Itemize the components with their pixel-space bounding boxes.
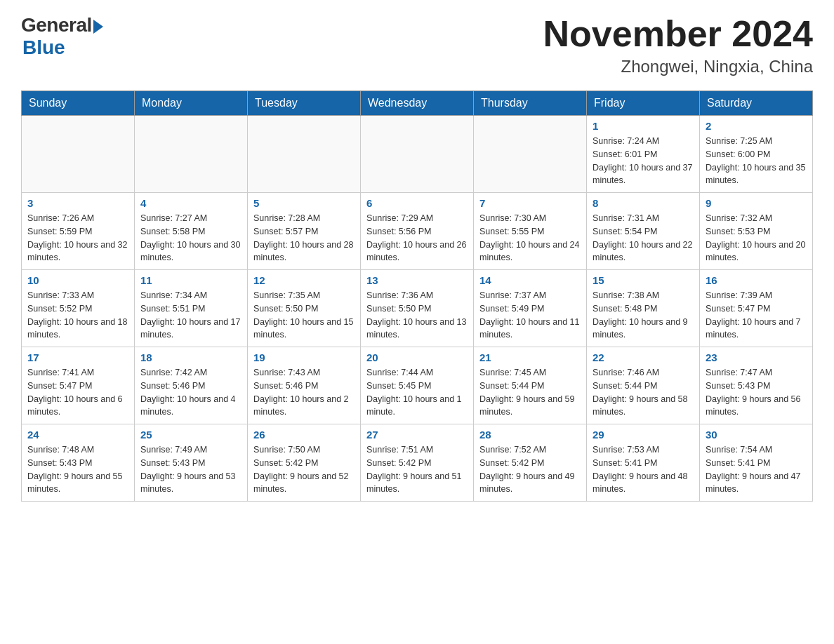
day-number: 27 xyxy=(366,429,468,441)
day-info: Sunrise: 7:39 AM Sunset: 5:47 PM Dayligh… xyxy=(706,289,807,342)
logo-general-text: General xyxy=(21,14,92,36)
day-of-week-header: Thursday xyxy=(474,91,587,116)
calendar-table: SundayMondayTuesdayWednesdayThursdayFrid… xyxy=(21,90,813,502)
day-info: Sunrise: 7:27 AM Sunset: 5:58 PM Dayligh… xyxy=(140,212,241,264)
calendar-day-cell: 13Sunrise: 7:36 AM Sunset: 5:50 PM Dayli… xyxy=(361,270,474,347)
day-number: 6 xyxy=(366,197,468,209)
day-of-week-header: Tuesday xyxy=(248,91,361,116)
calendar-subtitle: Zhongwei, Ningxia, China xyxy=(543,57,813,76)
day-number: 25 xyxy=(140,429,241,441)
day-info: Sunrise: 7:30 AM Sunset: 5:55 PM Dayligh… xyxy=(479,212,581,264)
day-info: Sunrise: 7:41 AM Sunset: 5:47 PM Dayligh… xyxy=(27,366,128,419)
day-of-week-header: Sunday xyxy=(22,91,135,116)
logo: General Blue xyxy=(21,14,103,59)
calendar-day-cell xyxy=(361,116,474,193)
day-number: 15 xyxy=(593,274,694,286)
day-number: 21 xyxy=(479,351,581,363)
calendar-day-cell: 28Sunrise: 7:52 AM Sunset: 5:42 PM Dayli… xyxy=(474,424,587,502)
day-of-week-header: Friday xyxy=(587,91,700,116)
day-info: Sunrise: 7:26 AM Sunset: 5:59 PM Dayligh… xyxy=(27,212,128,264)
calendar-week-row: 10Sunrise: 7:33 AM Sunset: 5:52 PM Dayli… xyxy=(22,270,813,347)
day-number: 10 xyxy=(27,274,128,286)
calendar-day-cell: 19Sunrise: 7:43 AM Sunset: 5:46 PM Dayli… xyxy=(248,347,361,424)
day-number: 16 xyxy=(706,274,807,286)
day-number: 23 xyxy=(706,351,807,363)
calendar-day-cell: 30Sunrise: 7:54 AM Sunset: 5:41 PM Dayli… xyxy=(700,424,813,502)
calendar-day-cell: 17Sunrise: 7:41 AM Sunset: 5:47 PM Dayli… xyxy=(22,347,135,424)
calendar-day-cell: 25Sunrise: 7:49 AM Sunset: 5:43 PM Dayli… xyxy=(135,424,248,502)
calendar-day-cell: 26Sunrise: 7:50 AM Sunset: 5:42 PM Dayli… xyxy=(248,424,361,502)
day-info: Sunrise: 7:46 AM Sunset: 5:44 PM Dayligh… xyxy=(593,366,694,419)
day-info: Sunrise: 7:47 AM Sunset: 5:43 PM Dayligh… xyxy=(706,366,807,419)
day-number: 30 xyxy=(706,429,807,441)
day-info: Sunrise: 7:49 AM Sunset: 5:43 PM Dayligh… xyxy=(140,443,241,496)
calendar-day-cell: 7Sunrise: 7:30 AM Sunset: 5:55 PM Daylig… xyxy=(474,193,587,270)
day-of-week-header: Monday xyxy=(135,91,248,116)
day-info: Sunrise: 7:36 AM Sunset: 5:50 PM Dayligh… xyxy=(366,289,468,342)
calendar-day-cell: 8Sunrise: 7:31 AM Sunset: 5:54 PM Daylig… xyxy=(587,193,700,270)
day-number: 28 xyxy=(479,429,581,441)
day-info: Sunrise: 7:24 AM Sunset: 6:01 PM Dayligh… xyxy=(593,135,694,187)
day-number: 11 xyxy=(140,274,241,286)
day-number: 29 xyxy=(593,429,694,441)
day-number: 4 xyxy=(140,197,241,209)
day-info: Sunrise: 7:34 AM Sunset: 5:51 PM Dayligh… xyxy=(140,289,241,342)
day-number: 1 xyxy=(593,120,694,132)
day-info: Sunrise: 7:32 AM Sunset: 5:53 PM Dayligh… xyxy=(706,212,807,264)
day-info: Sunrise: 7:48 AM Sunset: 5:43 PM Dayligh… xyxy=(27,443,128,496)
day-info: Sunrise: 7:25 AM Sunset: 6:00 PM Dayligh… xyxy=(706,135,807,187)
day-info: Sunrise: 7:51 AM Sunset: 5:42 PM Dayligh… xyxy=(366,443,468,496)
day-of-week-header: Wednesday xyxy=(361,91,474,116)
calendar-day-cell: 6Sunrise: 7:29 AM Sunset: 5:56 PM Daylig… xyxy=(361,193,474,270)
calendar-day-cell: 10Sunrise: 7:33 AM Sunset: 5:52 PM Dayli… xyxy=(22,270,135,347)
day-info: Sunrise: 7:42 AM Sunset: 5:46 PM Dayligh… xyxy=(140,366,241,419)
calendar-week-row: 1Sunrise: 7:24 AM Sunset: 6:01 PM Daylig… xyxy=(22,116,813,193)
calendar-day-cell: 11Sunrise: 7:34 AM Sunset: 5:51 PM Dayli… xyxy=(135,270,248,347)
calendar-day-cell: 1Sunrise: 7:24 AM Sunset: 6:01 PM Daylig… xyxy=(587,116,700,193)
calendar-day-cell: 22Sunrise: 7:46 AM Sunset: 5:44 PM Dayli… xyxy=(587,347,700,424)
day-number: 24 xyxy=(27,429,128,441)
day-number: 22 xyxy=(593,351,694,363)
calendar-day-cell xyxy=(22,116,135,193)
calendar-day-cell: 9Sunrise: 7:32 AM Sunset: 5:53 PM Daylig… xyxy=(700,193,813,270)
calendar-day-cell: 12Sunrise: 7:35 AM Sunset: 5:50 PM Dayli… xyxy=(248,270,361,347)
logo-blue-text: Blue xyxy=(22,36,65,59)
day-info: Sunrise: 7:31 AM Sunset: 5:54 PM Dayligh… xyxy=(593,212,694,264)
day-number: 3 xyxy=(27,197,128,209)
calendar-header-row: SundayMondayTuesdayWednesdayThursdayFrid… xyxy=(22,91,813,116)
day-info: Sunrise: 7:45 AM Sunset: 5:44 PM Dayligh… xyxy=(479,366,581,419)
calendar-title: November 2024 xyxy=(543,14,813,54)
day-info: Sunrise: 7:37 AM Sunset: 5:49 PM Dayligh… xyxy=(479,289,581,342)
day-number: 14 xyxy=(479,274,581,286)
day-of-week-header: Saturday xyxy=(700,91,813,116)
day-number: 13 xyxy=(366,274,468,286)
calendar-day-cell: 23Sunrise: 7:47 AM Sunset: 5:43 PM Dayli… xyxy=(700,347,813,424)
day-info: Sunrise: 7:53 AM Sunset: 5:41 PM Dayligh… xyxy=(593,443,694,496)
day-number: 18 xyxy=(140,351,241,363)
day-number: 12 xyxy=(253,274,355,286)
day-info: Sunrise: 7:35 AM Sunset: 5:50 PM Dayligh… xyxy=(253,289,355,342)
day-info: Sunrise: 7:52 AM Sunset: 5:42 PM Dayligh… xyxy=(479,443,581,496)
calendar-day-cell: 15Sunrise: 7:38 AM Sunset: 5:48 PM Dayli… xyxy=(587,270,700,347)
day-number: 7 xyxy=(479,197,581,209)
day-number: 2 xyxy=(706,120,807,132)
day-number: 17 xyxy=(27,351,128,363)
day-number: 9 xyxy=(706,197,807,209)
calendar-week-row: 17Sunrise: 7:41 AM Sunset: 5:47 PM Dayli… xyxy=(22,347,813,424)
day-number: 8 xyxy=(593,197,694,209)
calendar-day-cell: 24Sunrise: 7:48 AM Sunset: 5:43 PM Dayli… xyxy=(22,424,135,502)
day-info: Sunrise: 7:28 AM Sunset: 5:57 PM Dayligh… xyxy=(253,212,355,264)
calendar-day-cell: 27Sunrise: 7:51 AM Sunset: 5:42 PM Dayli… xyxy=(361,424,474,502)
page-header: General Blue November 2024 Zhongwei, Nin… xyxy=(21,14,813,76)
calendar-day-cell xyxy=(135,116,248,193)
day-info: Sunrise: 7:29 AM Sunset: 5:56 PM Dayligh… xyxy=(366,212,468,264)
calendar-day-cell xyxy=(248,116,361,193)
day-info: Sunrise: 7:44 AM Sunset: 5:45 PM Dayligh… xyxy=(366,366,468,419)
calendar-day-cell: 20Sunrise: 7:44 AM Sunset: 5:45 PM Dayli… xyxy=(361,347,474,424)
day-info: Sunrise: 7:54 AM Sunset: 5:41 PM Dayligh… xyxy=(706,443,807,496)
calendar-week-row: 3Sunrise: 7:26 AM Sunset: 5:59 PM Daylig… xyxy=(22,193,813,270)
calendar-day-cell xyxy=(474,116,587,193)
calendar-day-cell: 18Sunrise: 7:42 AM Sunset: 5:46 PM Dayli… xyxy=(135,347,248,424)
calendar-day-cell: 5Sunrise: 7:28 AM Sunset: 5:57 PM Daylig… xyxy=(248,193,361,270)
calendar-day-cell: 21Sunrise: 7:45 AM Sunset: 5:44 PM Dayli… xyxy=(474,347,587,424)
